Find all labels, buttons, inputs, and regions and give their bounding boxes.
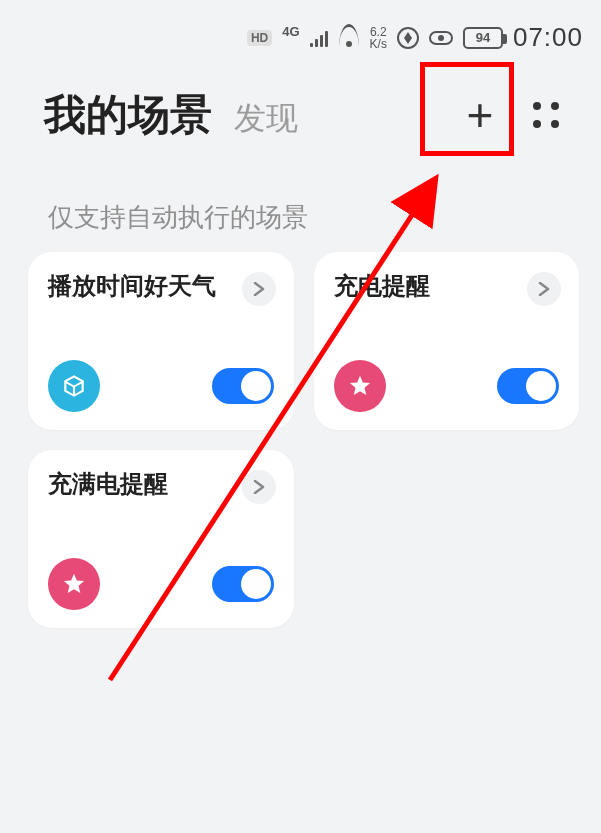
battery-icon: 94 (463, 27, 503, 49)
network-speed-unit: K/s (370, 38, 387, 50)
more-button[interactable] (521, 90, 571, 140)
scene-toggle[interactable] (212, 368, 274, 404)
clock: 07:00 (513, 22, 583, 53)
network-speed: 6.2 K/s (370, 26, 387, 50)
scene-toggle[interactable] (212, 566, 274, 602)
add-scene-button[interactable]: + (445, 80, 515, 150)
chevron-right-icon[interactable] (527, 272, 561, 306)
scene-card-title: 充满电提醒 (48, 468, 274, 500)
star-icon (48, 558, 100, 610)
eye-icon (429, 31, 453, 45)
chevron-right-icon[interactable] (242, 272, 276, 306)
chevron-right-icon[interactable] (242, 470, 276, 504)
scene-card[interactable]: 播放时间好天气 (28, 252, 294, 430)
section-auto-only-label: 仅支持自动执行的场景 (48, 200, 308, 235)
scene-card-title: 播放时间好天气 (48, 270, 274, 302)
tab-discover[interactable]: 发现 (234, 97, 298, 141)
plus-icon: + (467, 92, 494, 138)
more-dots-icon (533, 102, 559, 128)
tab-my-scenes[interactable]: 我的场景 (44, 87, 212, 143)
scene-card[interactable]: 充电提醒 (314, 252, 580, 430)
page-header: 我的场景 发现 + (44, 80, 571, 150)
scene-toggle[interactable] (497, 368, 559, 404)
scene-card[interactable]: 充满电提醒 (28, 450, 294, 628)
cube-icon (48, 360, 100, 412)
scene-card-grid: 播放时间好天气 充电提醒 充满电提醒 (28, 252, 579, 628)
battery-percentage: 94 (476, 30, 490, 45)
star-icon (334, 360, 386, 412)
scene-card-title: 充电提醒 (334, 270, 560, 302)
network-speed-value: 6.2 (370, 26, 387, 38)
sync-icon (397, 27, 419, 49)
status-bar: HD 4G 6.2 K/s 94 07:00 (247, 22, 583, 53)
hd-badge: HD (247, 30, 272, 46)
network-gen: 4G (282, 24, 299, 39)
signal-bars-icon (310, 29, 328, 47)
wifi-icon (338, 29, 360, 47)
